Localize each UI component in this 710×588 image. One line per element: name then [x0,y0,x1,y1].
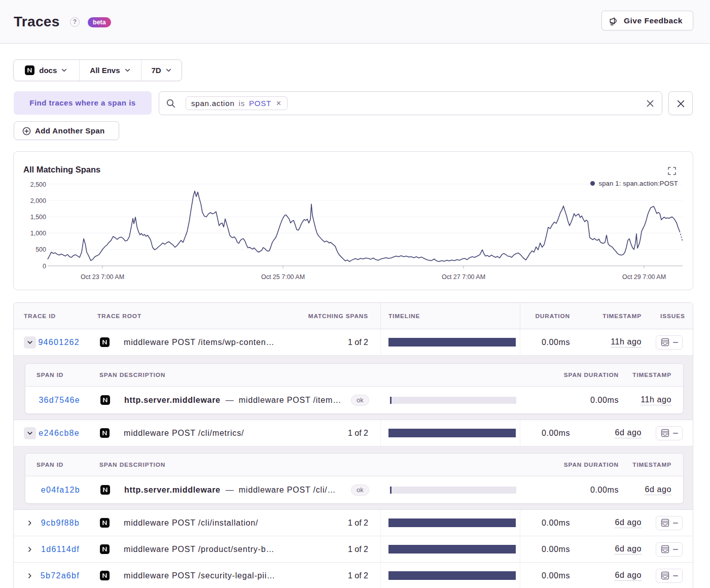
svg-text:Oct 27 7:00 AM: Oct 27 7:00 AM [442,273,485,281]
svg-text:500: 500 [36,246,46,253]
svg-text:2,000: 2,000 [30,197,46,204]
svg-text:Oct 25 7:00 AM: Oct 25 7:00 AM [261,273,305,281]
svg-text:2,500: 2,500 [30,181,46,188]
svg-text:Oct 29 7:00 AM: Oct 29 7:00 AM [622,273,666,281]
svg-text:0: 0 [43,263,46,270]
svg-text:1,000: 1,000 [30,230,46,237]
svg-text:1,500: 1,500 [30,214,46,221]
svg-text:Oct 23 7:00 AM: Oct 23 7:00 AM [81,273,124,281]
